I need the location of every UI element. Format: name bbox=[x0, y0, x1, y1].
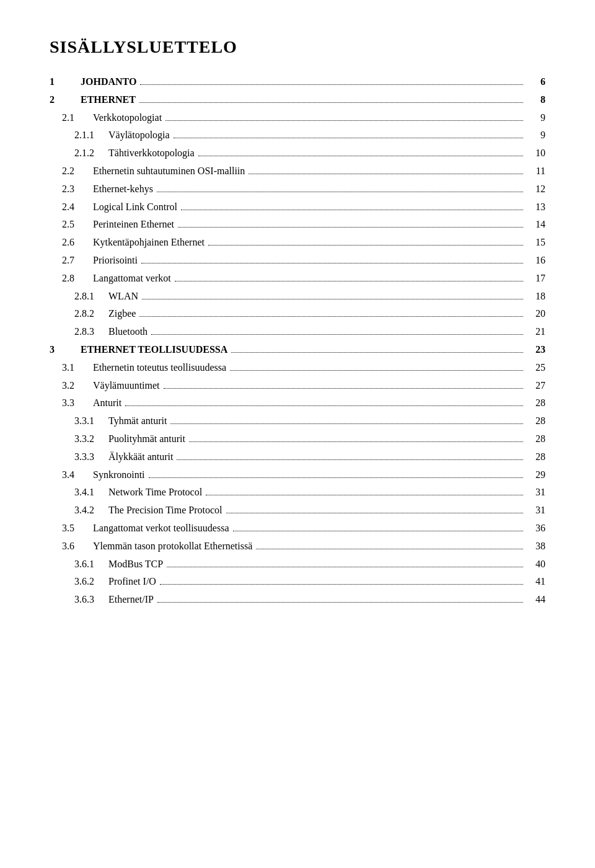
toc-dots bbox=[139, 102, 523, 103]
toc-dots bbox=[167, 567, 523, 567]
toc-page: 6 bbox=[527, 74, 545, 90]
toc-number: 2.3 bbox=[50, 182, 93, 197]
toc-number: 3.6 bbox=[50, 539, 93, 554]
toc-number: 3.2 bbox=[50, 378, 93, 394]
toc-number: 2.1.2 bbox=[50, 146, 108, 161]
toc-row: 3.3Anturit28 bbox=[50, 396, 545, 411]
toc-page: 14 bbox=[527, 217, 545, 232]
toc-number: 3.3.2 bbox=[50, 432, 108, 447]
toc-label: Anturit bbox=[93, 396, 121, 411]
toc-page: 25 bbox=[527, 360, 545, 376]
toc-dots bbox=[157, 602, 523, 603]
toc-dots bbox=[170, 423, 523, 424]
toc-row: 3.6.2Profinet I/O41 bbox=[50, 574, 545, 590]
toc-page: 20 bbox=[527, 306, 545, 322]
toc-row: 3ETHERNET TEOLLISUUDESSA23 bbox=[50, 342, 545, 358]
toc-dots bbox=[165, 120, 523, 121]
toc-label: Logical Link Control bbox=[93, 200, 177, 215]
toc-page: 29 bbox=[527, 467, 545, 483]
toc-page: 12 bbox=[527, 182, 545, 197]
toc-page: 41 bbox=[527, 574, 545, 590]
toc-row: 2.7Priorisointi16 bbox=[50, 253, 545, 268]
toc-row: 2.1.1Väylätopologia9 bbox=[50, 128, 545, 143]
toc-row: 2.3Ethernet-kehys12 bbox=[50, 182, 545, 197]
toc-dots bbox=[233, 531, 524, 531]
toc-dots bbox=[157, 192, 523, 192]
toc-label: Network Time Protocol bbox=[108, 485, 202, 500]
toc-dots bbox=[149, 477, 523, 478]
toc-label: Profinet I/O bbox=[108, 574, 156, 590]
toc-number: 2.8.1 bbox=[50, 289, 108, 304]
toc-row: 3.6.1ModBus TCP40 bbox=[50, 557, 545, 572]
toc-row: 2.8.2Zigbee20 bbox=[50, 306, 545, 322]
toc-page: 10 bbox=[527, 146, 545, 161]
toc-row: 3.2Väylämuuntimet27 bbox=[50, 378, 545, 394]
toc-number: 1 bbox=[50, 74, 81, 90]
toc-number: 2.8.2 bbox=[50, 306, 108, 322]
toc-label: Ethernet/IP bbox=[108, 592, 154, 608]
toc-number: 3.6.3 bbox=[50, 592, 108, 608]
toc-number: 3.5 bbox=[50, 521, 93, 536]
toc-label: Älykkäät anturit bbox=[108, 450, 173, 465]
toc-number: 2.2 bbox=[50, 164, 93, 179]
toc-number: 3.3.3 bbox=[50, 450, 108, 465]
toc-row: 3.1Ethernetin toteutus teollisuudessa25 bbox=[50, 360, 545, 376]
toc-label: Priorisointi bbox=[93, 253, 138, 268]
toc-number: 3.6.2 bbox=[50, 574, 108, 590]
toc-row: 2.1.2Tähtiverkkotopologia10 bbox=[50, 146, 545, 161]
toc-label: Väylämuuntimet bbox=[93, 378, 160, 394]
toc-number: 3.4 bbox=[50, 467, 93, 483]
toc-row: 3.4.2The Precision Time Protocol31 bbox=[50, 503, 545, 518]
toc-row: 2.8.1WLAN18 bbox=[50, 289, 545, 304]
toc-page: 28 bbox=[527, 450, 545, 465]
toc-dots bbox=[256, 549, 523, 549]
toc-label: Bluetooth bbox=[108, 324, 148, 340]
toc-dots bbox=[231, 352, 523, 353]
toc-page: 9 bbox=[527, 110, 545, 126]
toc-row: 3.4Synkronointi29 bbox=[50, 467, 545, 483]
toc-page: 16 bbox=[527, 253, 545, 268]
toc-dots bbox=[189, 441, 523, 442]
toc-row: 3.6Ylemmän tason protokollat Ethernetiss… bbox=[50, 539, 545, 554]
toc-dots bbox=[206, 495, 523, 495]
toc-page: 44 bbox=[527, 592, 545, 608]
toc-number: 3 bbox=[50, 342, 81, 358]
toc-number: 2.6 bbox=[50, 235, 93, 250]
toc-number: 3.6.1 bbox=[50, 557, 108, 572]
toc-label: Väylätopologia bbox=[108, 128, 170, 143]
toc-page: 28 bbox=[527, 414, 545, 429]
toc-number: 3.3 bbox=[50, 396, 93, 411]
toc-label: Ethernetin toteutus teollisuudessa bbox=[93, 360, 226, 376]
toc-row: 2.4Logical Link Control13 bbox=[50, 200, 545, 215]
toc-label: Ylemmän tason protokollat Ethernetissä bbox=[93, 539, 252, 554]
toc-number: 2.7 bbox=[50, 253, 93, 268]
toc-page: 31 bbox=[527, 503, 545, 518]
toc-number: 2 bbox=[50, 92, 81, 108]
toc-container: SISÄLLYSLUETTELO 1JOHDANTO62ETHERNET82.1… bbox=[50, 37, 545, 608]
toc-dots bbox=[141, 263, 523, 264]
toc-label: Zigbee bbox=[108, 306, 136, 322]
toc-row: 3.3.3Älykkäät anturit28 bbox=[50, 450, 545, 465]
toc-number: 2.1.1 bbox=[50, 128, 108, 143]
toc-number: 3.3.1 bbox=[50, 414, 108, 429]
toc-label: Tähtiverkkotopologia bbox=[108, 146, 195, 161]
toc-page: 40 bbox=[527, 557, 545, 572]
toc-label: ETHERNET TEOLLISUUDESSA bbox=[81, 342, 227, 358]
toc-number: 3.1 bbox=[50, 360, 93, 376]
toc-dots bbox=[208, 245, 523, 246]
toc-page: 18 bbox=[527, 289, 545, 304]
toc-dots bbox=[174, 138, 523, 138]
toc-number: 2.1 bbox=[50, 110, 93, 126]
toc-page: 27 bbox=[527, 378, 545, 394]
toc-row: 3.3.1Tyhmät anturit28 bbox=[50, 414, 545, 429]
toc-page: 23 bbox=[527, 342, 545, 358]
toc-label: Puolityhmät anturit bbox=[108, 432, 185, 447]
toc-label: Langattomat verkot bbox=[93, 271, 171, 286]
toc-page: 36 bbox=[527, 521, 545, 536]
toc-dots bbox=[125, 405, 523, 406]
toc-label: JOHDANTO bbox=[81, 74, 136, 90]
toc-dots bbox=[164, 388, 523, 389]
toc-dots bbox=[198, 156, 523, 156]
toc-dots bbox=[226, 513, 523, 513]
toc-list: 1JOHDANTO62ETHERNET82.1Verkkotopologiat9… bbox=[50, 74, 545, 608]
